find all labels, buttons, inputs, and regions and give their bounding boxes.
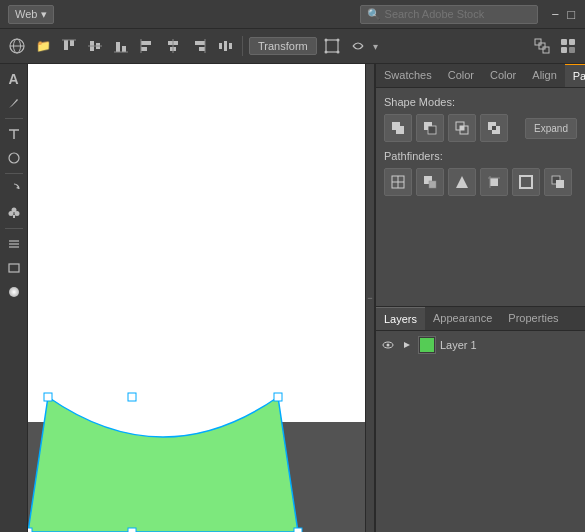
search-input[interactable] xyxy=(385,8,525,20)
merge-btn[interactable] xyxy=(448,168,476,196)
tab-properties[interactable]: Properties xyxy=(500,307,566,330)
layer-thumbnail xyxy=(418,336,436,354)
tool-sep-2 xyxy=(5,173,23,174)
canvas-area[interactable] xyxy=(28,64,365,532)
svg-point-36 xyxy=(9,153,19,163)
web-dropdown[interactable]: Web ▾ xyxy=(8,5,54,24)
crop-btn[interactable] xyxy=(480,168,508,196)
svg-point-26 xyxy=(336,39,339,42)
svg-rect-33 xyxy=(569,39,575,45)
divide-btn[interactable] xyxy=(384,168,412,196)
svg-point-27 xyxy=(336,51,339,54)
search-icon: 🔍 xyxy=(367,8,381,21)
rect-tool[interactable] xyxy=(3,257,25,279)
align-top-icon[interactable] xyxy=(58,35,80,57)
web-label: Web xyxy=(15,8,37,20)
expand-button[interactable]: Expand xyxy=(525,118,577,139)
tool-sep-3 xyxy=(5,228,23,229)
align-hcenter-icon[interactable] xyxy=(162,35,184,57)
rotate-tool[interactable] xyxy=(3,178,25,200)
svg-point-46 xyxy=(9,287,19,297)
shape-tool[interactable] xyxy=(3,147,25,169)
svg-point-28 xyxy=(324,51,327,54)
right-panel: Swatches Color Color Align Pathfinder Sh… xyxy=(375,64,585,532)
canvas-shape[interactable] xyxy=(28,387,365,532)
pathfinder-tabs: Swatches Color Color Align Pathfinder xyxy=(376,64,585,88)
pen-tool[interactable] xyxy=(3,92,25,114)
transform-extra-icon[interactable] xyxy=(321,35,343,57)
align-bottom-icon[interactable] xyxy=(110,35,132,57)
svg-rect-34 xyxy=(561,47,567,53)
svg-marker-68 xyxy=(456,176,468,188)
svg-rect-19 xyxy=(199,47,205,51)
arrange-icon[interactable] xyxy=(531,35,553,57)
svg-rect-21 xyxy=(219,43,222,49)
tab-swatches[interactable]: Swatches xyxy=(376,64,440,87)
grid-icon[interactable] xyxy=(557,35,579,57)
svg-rect-18 xyxy=(195,41,205,45)
trim-btn[interactable] xyxy=(416,168,444,196)
layer-visibility-icon[interactable] xyxy=(380,337,396,353)
tab-layers[interactable]: Layers xyxy=(376,307,425,330)
toolbar-right xyxy=(531,35,579,57)
minimize-button[interactable]: − xyxy=(550,6,562,23)
left-panel: A xyxy=(0,64,28,532)
folder-icon[interactable]: 📁 xyxy=(32,35,54,57)
bottom-tabs: Layers Appearance Properties xyxy=(376,306,585,331)
tab-align[interactable]: Align xyxy=(524,64,564,87)
svg-rect-69 xyxy=(490,178,498,186)
type-tool[interactable] xyxy=(3,123,25,145)
svg-rect-47 xyxy=(44,393,52,401)
pathfinder-content: Shape Modes: Expand xyxy=(376,88,585,306)
collapse-icon: − xyxy=(367,293,372,303)
tab-appearance[interactable]: Appearance xyxy=(425,307,500,330)
collapse-handle[interactable]: − xyxy=(365,64,375,532)
top-bar-left: Web ▾ xyxy=(8,5,54,24)
distribute-icon[interactable] xyxy=(214,35,236,57)
minus-front-btn[interactable] xyxy=(416,114,444,142)
align-vcenter-icon[interactable] xyxy=(84,35,106,57)
svg-rect-12 xyxy=(141,41,151,45)
svg-rect-22 xyxy=(224,41,227,51)
minus-back-btn[interactable] xyxy=(544,168,572,196)
maximize-button[interactable]: □ xyxy=(565,6,577,23)
club-tool[interactable] xyxy=(3,202,25,224)
layer-row[interactable]: Layer 1 xyxy=(376,331,585,359)
svg-rect-31 xyxy=(543,47,549,53)
intersect-btn[interactable] xyxy=(448,114,476,142)
transform-button[interactable]: Transform xyxy=(249,37,317,55)
shape-modes-row: Expand xyxy=(384,114,577,142)
svg-marker-37 xyxy=(16,186,19,189)
tab-color-2[interactable]: Color xyxy=(482,64,524,87)
dropdown-arrow: ▾ xyxy=(41,8,47,21)
svg-rect-56 xyxy=(428,126,436,134)
exclude-btn[interactable] xyxy=(480,114,508,142)
search-box[interactable]: 🔍 xyxy=(360,5,538,24)
svg-rect-49 xyxy=(128,393,136,401)
tab-pathfinder[interactable]: Pathfinder xyxy=(565,64,585,87)
gradient-tool[interactable] xyxy=(3,281,25,303)
align-right-icon[interactable] xyxy=(188,35,210,57)
outline-btn[interactable] xyxy=(512,168,540,196)
svg-point-76 xyxy=(387,343,390,346)
pathfinders-label: Pathfinders: xyxy=(384,150,577,162)
select-tool[interactable]: A xyxy=(3,68,25,90)
unite-btn[interactable] xyxy=(384,114,412,142)
align-left-icon[interactable] xyxy=(136,35,158,57)
canvas-white xyxy=(28,64,365,422)
svg-rect-13 xyxy=(141,47,147,51)
svg-rect-41 xyxy=(13,215,15,218)
svg-rect-62 xyxy=(492,126,496,130)
svg-rect-29 xyxy=(535,39,541,45)
tab-color-1[interactable]: Color xyxy=(440,64,482,87)
lines-tool[interactable] xyxy=(3,233,25,255)
top-bar-icons: − □ xyxy=(550,6,577,23)
svg-rect-4 xyxy=(70,40,74,46)
svg-rect-30 xyxy=(539,43,545,49)
warp-icon[interactable] xyxy=(347,35,369,57)
svg-rect-24 xyxy=(326,40,338,52)
layer-expand-icon[interactable] xyxy=(400,338,414,352)
globe-icon[interactable] xyxy=(6,35,28,57)
svg-rect-51 xyxy=(28,528,32,532)
svg-rect-10 xyxy=(122,46,126,52)
